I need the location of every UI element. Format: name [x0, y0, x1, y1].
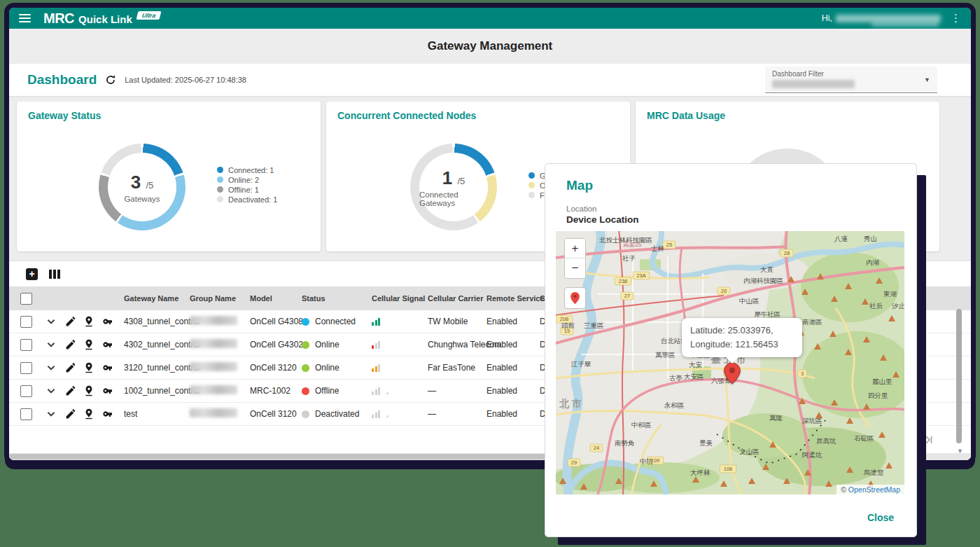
key-icon[interactable] [102, 362, 113, 373]
road-shield: 25 [666, 242, 672, 248]
select-all-checkbox[interactable] [20, 293, 32, 305]
last-page-icon[interactable] [923, 435, 934, 445]
screen: { "colors":{"navbar_teal":"#00857C","acc… [0, 0, 980, 547]
card-title: MRC Data Usage [647, 110, 725, 121]
card-title: Concurrent Connected Nodes [337, 110, 476, 121]
edit-icon[interactable] [65, 385, 76, 396]
col-model: Model [250, 294, 302, 303]
group-name-redacted [190, 385, 250, 396]
last-updated-text: Last Updated: 2025-06-27 10:48:38 [125, 76, 246, 84]
group-name-redacted [190, 339, 250, 350]
gateway-name: test [124, 409, 190, 419]
map-label: 麗山里 [872, 378, 892, 385]
expand-chevron-icon[interactable] [46, 362, 57, 373]
cellular-carrier: — [428, 386, 486, 396]
donut-label: Gateways [124, 195, 160, 203]
row-checkbox[interactable] [20, 385, 32, 397]
pin-icon [570, 292, 580, 304]
refresh-icon[interactable] [105, 74, 116, 85]
coordinates-tooltip: Latitude: 25.033976, Longitude: 121.5645… [682, 318, 802, 357]
remote-service: Enabled [486, 409, 540, 419]
kebab-menu-icon[interactable]: ⋮ [951, 12, 961, 25]
chevron-down-icon: ▼ [924, 76, 930, 83]
location-pin-icon[interactable] [83, 316, 94, 327]
recenter-pin-button[interactable] [564, 287, 586, 309]
key-icon[interactable] [102, 339, 113, 350]
road-shield: 3 [801, 371, 804, 377]
location-pin-icon[interactable] [83, 339, 94, 350]
openstreetmap-link[interactable]: OpenStreetMap [848, 485, 900, 494]
vertical-scrollbar-thumb[interactable] [956, 309, 962, 443]
legend-item: F [528, 191, 546, 199]
col-cellular-carrier: Cellular Carrier [428, 294, 486, 303]
edit-icon[interactable] [65, 316, 76, 327]
edit-icon[interactable] [65, 408, 76, 420]
map-label: 大直 [760, 265, 774, 273]
map-label: 大安 [689, 361, 703, 368]
row-checkbox[interactable] [20, 316, 32, 328]
legend-label: F [540, 191, 545, 200]
col-remote-service: Remote Service [486, 294, 540, 303]
gateway-name: 4302_tunnel_control [124, 340, 190, 349]
row-checkbox[interactable] [20, 339, 32, 351]
hamburger-menu-icon[interactable] [19, 14, 31, 22]
map-label: 秀山 [864, 235, 877, 242]
group-name-redacted [190, 362, 250, 373]
key-icon[interactable] [102, 385, 113, 396]
status-dot [302, 387, 309, 395]
location-label: Location [566, 205, 596, 213]
expand-chevron-icon[interactable] [46, 339, 57, 350]
legend-label: Connected: 1 [228, 166, 274, 174]
legend-item: Offline: 1 [217, 186, 277, 193]
close-button[interactable]: Close [863, 511, 898, 524]
row-checkbox[interactable] [20, 362, 32, 374]
cellular-signal-icon [372, 340, 386, 349]
cellular-carrier: Chunghwa Telecom [428, 340, 486, 349]
model: OnCell G4302 [250, 340, 302, 349]
road-shield: 28 [784, 250, 790, 256]
expand-chevron-icon[interactable] [46, 408, 57, 420]
scroll-down-arrow-icon[interactable]: ▼ [957, 448, 963, 455]
col-gateway-name: Gateway Name [124, 294, 190, 303]
expand-chevron-icon[interactable] [46, 385, 57, 396]
latitude-text: Latitude: 25.033976, [690, 324, 794, 338]
map-label: 士林 [651, 244, 665, 252]
zoom-in-button[interactable]: + [565, 239, 585, 258]
legend-item: Online: 2 [217, 176, 277, 184]
key-icon[interactable] [102, 316, 113, 327]
location-pin-icon[interactable] [83, 408, 94, 420]
column-settings-icon[interactable] [49, 270, 60, 279]
dashboard-filter-select[interactable]: Dashboard Filter ▼ [765, 67, 937, 93]
remote-service: Enabled [486, 340, 540, 349]
key-icon[interactable] [102, 408, 113, 420]
add-gateway-icon[interactable]: + [26, 268, 38, 280]
location-pin-icon[interactable] [83, 362, 94, 373]
brand-mrc: MRC [43, 11, 74, 27]
donut-center: 3 /5 Gateways [108, 153, 176, 221]
edit-icon[interactable] [65, 362, 76, 373]
status-dot [302, 364, 309, 372]
legend-dot [528, 192, 535, 198]
map-label: 古亭 [669, 374, 682, 382]
zoom-out-button[interactable]: − [565, 258, 585, 278]
longitude-text: Longitude: 121.56453 [690, 338, 794, 352]
status-dot [302, 410, 309, 418]
edit-icon[interactable] [65, 339, 76, 350]
legend-dot [217, 176, 223, 183]
device-location-map[interactable]: 2715252023A2832429106109208238 北投士林科技園區士… [556, 231, 904, 494]
expand-chevron-icon[interactable] [46, 316, 57, 327]
status-dot [302, 341, 309, 349]
card-gateway-status: Gateway Status 3 /5 Gateways Connected: … [17, 102, 321, 251]
group-name-redacted [190, 408, 250, 420]
col-group-name: Group Name [190, 294, 250, 303]
device-marker-icon[interactable] [723, 363, 741, 384]
dashboard-title: Dashboard [27, 72, 97, 88]
road-shield: 20 [721, 288, 727, 294]
row-checkbox[interactable] [20, 408, 32, 420]
donut-center: 1 /5 Connected Gateways [419, 153, 488, 221]
map-attribution: © OpenStreetMap [836, 485, 904, 494]
map-label: 頭前 [561, 321, 575, 329]
location-pin-icon[interactable] [83, 385, 94, 396]
road-shield: 24 [594, 445, 599, 451]
map-label: 犀牛社區 [754, 310, 780, 318]
